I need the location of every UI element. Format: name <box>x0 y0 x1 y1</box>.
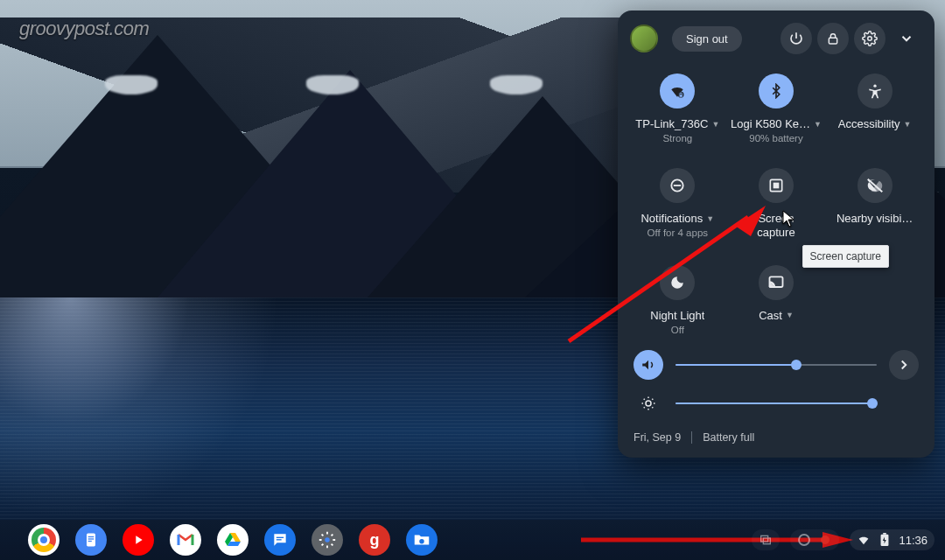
volume-slider[interactable] <box>676 364 877 366</box>
volume-button[interactable] <box>634 350 663 380</box>
play-icon <box>131 533 145 547</box>
tile-title: Logi K580 Ke… <box>731 117 810 130</box>
tile-notifications[interactable]: Notifications▼ Off for 4 apps <box>628 159 727 251</box>
stop-icon <box>797 533 811 547</box>
wallpaper-moonlight <box>0 298 280 520</box>
system-tray[interactable]: 11:36 <box>752 529 934 550</box>
chat-icon <box>271 531 289 549</box>
svg-rect-19 <box>88 538 94 539</box>
bluetooth-icon <box>759 74 794 108</box>
tile-title: Night Light <box>650 309 704 322</box>
svg-rect-21 <box>276 537 284 538</box>
svg-point-1 <box>868 37 872 41</box>
tile-accessibility[interactable]: Accessibility▼ <box>825 65 924 154</box>
notifications-icon <box>660 168 695 203</box>
panel-battery[interactable]: Battery full <box>703 431 754 444</box>
svg-rect-17 <box>87 534 95 547</box>
tile-title: Cast <box>759 309 782 322</box>
svg-point-4 <box>873 85 876 88</box>
cast-icon <box>759 265 794 300</box>
brightness-row <box>626 384 926 423</box>
settings-button[interactable] <box>854 23 886 54</box>
svg-rect-20 <box>88 541 92 542</box>
brightness-slider[interactable] <box>676 402 877 404</box>
lock-button[interactable] <box>817 23 849 54</box>
brightness-button[interactable] <box>634 388 663 418</box>
tile-subtitle: Off <box>671 325 684 335</box>
night-light-icon <box>660 265 695 300</box>
quick-settings-panel: Sign out TP-Link_736C▼ Strong L <box>618 10 934 458</box>
tile-cast[interactable]: Cast▼ <box>727 256 826 346</box>
svg-point-23 <box>325 537 330 542</box>
divider <box>691 431 692 444</box>
brightness-icon <box>640 396 656 411</box>
app-settings[interactable] <box>312 524 343 556</box>
svg-point-24 <box>419 539 424 544</box>
wifi-icon <box>857 533 871 547</box>
chevron-down-icon: ▼ <box>706 214 714 223</box>
volume-row <box>626 346 926 384</box>
tile-bluetooth[interactable]: Logi K580 Ke…▼ 90% battery <box>727 65 826 154</box>
svg-rect-22 <box>276 539 282 540</box>
accessibility-icon <box>858 74 892 108</box>
tray-clock: 11:36 <box>899 534 928 547</box>
nearby-icon <box>858 168 892 203</box>
wifi-icon <box>660 74 695 108</box>
chevron-down-icon: ▼ <box>711 120 719 129</box>
folder-icon <box>412 530 431 550</box>
drive-icon <box>222 529 243 550</box>
chevron-down-icon: ▼ <box>904 120 912 129</box>
svg-point-12 <box>646 401 651 406</box>
svg-point-11 <box>769 285 771 287</box>
panel-date: Fri, Sep 9 <box>634 431 681 444</box>
tile-title: Screencapture <box>757 212 794 241</box>
tile-title: Nearby visibi… <box>836 212 913 225</box>
gear-icon <box>862 31 878 46</box>
app-drive[interactable] <box>217 524 248 556</box>
chevron-right-icon <box>896 357 912 373</box>
collapse-button[interactable] <box>891 23 922 54</box>
record-icon <box>818 533 832 547</box>
shelf: g 11:36 <box>0 520 945 560</box>
tile-screen-capture[interactable]: Screencapture <box>727 159 826 251</box>
tile-night-light[interactable]: Night Light Off <box>628 256 727 346</box>
volume-icon <box>640 357 656 373</box>
svg-rect-0 <box>829 38 836 44</box>
svg-rect-18 <box>88 536 94 537</box>
svg-point-28 <box>821 536 830 544</box>
app-youtube[interactable] <box>122 524 154 556</box>
sign-out-button[interactable]: Sign out <box>672 26 742 52</box>
tile-title: Notifications <box>640 212 703 225</box>
app-gmail[interactable] <box>170 524 201 556</box>
lock-icon <box>826 32 840 46</box>
avatar[interactable] <box>630 24 658 52</box>
chevron-down-icon: ▼ <box>786 311 794 319</box>
app-files[interactable] <box>406 524 438 556</box>
chevron-down-icon <box>899 31 914 46</box>
tile-title: Accessibility <box>838 117 900 130</box>
svg-rect-3 <box>680 94 682 97</box>
screen-capture-icon <box>759 168 794 203</box>
docs-icon <box>82 531 100 549</box>
overview-icon <box>759 533 773 547</box>
site-watermark: groovypost.com <box>19 18 149 40</box>
svg-rect-30 <box>884 533 887 535</box>
tile-title: TP-Link_736C <box>635 117 708 130</box>
tooltip-screen-capture: Screen capture <box>802 245 889 268</box>
app-messages[interactable] <box>264 524 296 556</box>
power-button[interactable] <box>780 23 812 54</box>
app-chrome[interactable] <box>28 524 60 556</box>
power-icon <box>788 31 804 46</box>
tile-wifi[interactable]: TP-Link_736C▼ Strong <box>628 65 727 154</box>
tile-nearby[interactable]: Nearby visibi… <box>825 159 924 251</box>
svg-rect-8 <box>774 184 778 188</box>
chevron-down-icon: ▼ <box>814 120 822 129</box>
tile-subtitle: 90% battery <box>749 133 802 144</box>
gmail-icon <box>175 529 196 550</box>
tile-subtitle: Strong <box>662 133 692 144</box>
app-docs[interactable] <box>75 524 107 556</box>
app-groovypost[interactable]: g <box>359 524 390 556</box>
svg-point-27 <box>799 535 809 545</box>
tile-subtitle: Off for 4 apps <box>648 228 708 238</box>
audio-settings-button[interactable] <box>889 350 919 380</box>
